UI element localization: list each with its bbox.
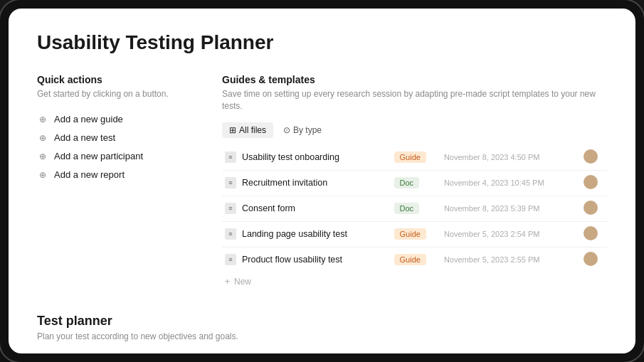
file-date: November 8, 2023 5:39 PM [444, 204, 540, 213]
by-type-label: By type [293, 125, 322, 135]
guides-subtitle: Save time on setting up every research s… [222, 88, 607, 112]
add-participant-icon: ⊕ [37, 151, 48, 162]
quick-action-add-report[interactable]: ⊕ Add a new report [37, 166, 194, 184]
quick-action-add-guide[interactable]: ⊕ Add a new guide [37, 110, 194, 129]
tab-planner[interactable]: ⊙ Planner [37, 350, 96, 353]
file-name: Recruitment invitation [242, 178, 327, 188]
table-row[interactable]: ≡ Consent form Doc November 8, 2023 5:39… [222, 196, 607, 221]
filter-tabs: ⊞ All files ⊙ By type [222, 122, 607, 138]
file-date: November 4, 2023 10:45 PM [444, 179, 544, 187]
quick-action-label: Add a new guide [54, 114, 123, 124]
table-row[interactable]: ≡ Product flow usability test Guide Nove… [222, 247, 607, 272]
quick-action-add-test[interactable]: ⊕ Add a new test [37, 129, 194, 147]
quick-actions-subtitle: Get started by clicking on a button. [37, 88, 194, 100]
file-icon: ≡ [225, 177, 236, 188]
file-name: Landing page usability test [242, 229, 347, 239]
table-row[interactable]: ≡ Usability test onboarding Guide Novemb… [222, 145, 607, 171]
file-date: November 5, 2023 2:54 PM [444, 230, 540, 238]
avatar [584, 149, 598, 164]
quick-action-label: Add a new test [54, 132, 115, 143]
file-icon: ≡ [225, 151, 236, 163]
file-badge: Doc [394, 203, 420, 214]
new-file-button[interactable]: + New [222, 272, 607, 291]
file-date: November 8, 2023 4:50 PM [444, 153, 540, 161]
all-files-label: All files [239, 125, 266, 135]
new-label: New [234, 277, 251, 287]
table-row[interactable]: ≡ Landing page usability test Guide Nove… [222, 221, 607, 247]
add-test-icon: ⊕ [37, 132, 48, 144]
by-type-icon: ⊙ [283, 125, 290, 135]
avatar [584, 252, 598, 266]
page-title: Usability Testing Planner [37, 31, 607, 54]
planner-subtitle: Plan your test according to new objectiv… [37, 331, 607, 341]
quick-action-add-participant[interactable]: ⊕ Add a new participant [37, 147, 194, 166]
filter-by-type[interactable]: ⊙ By type [276, 122, 329, 138]
file-name: Product flow usability test [242, 255, 342, 265]
quick-actions-panel: Quick actions Get started by clicking on… [37, 74, 194, 291]
file-icon: ≡ [225, 228, 236, 240]
quick-action-label: Add a new participant [54, 151, 143, 161]
filter-all-files[interactable]: ⊞ All files [222, 122, 273, 138]
file-date: November 5, 2023 2:55 PM [444, 255, 540, 264]
view-tabs: ⊙ Planner [37, 350, 607, 353]
file-badge: Guide [394, 254, 426, 265]
plus-icon: + [225, 277, 230, 287]
guides-title: Guides & templates [222, 74, 607, 85]
planner-title: Test planner [37, 314, 607, 329]
file-name: Consent form [242, 203, 295, 213]
test-planner-section: Test planner Plan your test according to… [37, 314, 607, 353]
quick-action-label: Add a new report [54, 169, 125, 180]
file-icon: ≡ [225, 203, 236, 214]
add-guide-icon: ⊕ [37, 114, 48, 125]
avatar [584, 201, 598, 215]
add-report-icon: ⊕ [37, 169, 48, 181]
file-icon: ≡ [225, 254, 236, 265]
file-badge: Guide [394, 228, 426, 240]
guides-panel: Guides & templates Save time on setting … [222, 74, 607, 291]
file-badge: Guide [394, 151, 426, 163]
table-row[interactable]: ≡ Recruitment invitation Doc November 4,… [222, 170, 607, 196]
file-name: Usability test onboarding [242, 152, 339, 162]
avatar [584, 226, 598, 240]
files-table: ≡ Usability test onboarding Guide Novemb… [222, 145, 607, 272]
quick-actions-title: Quick actions [37, 74, 194, 85]
all-files-icon: ⊞ [229, 125, 236, 135]
quick-actions-list: ⊕ Add a new guide ⊕ Add a new test ⊕ Add… [37, 110, 194, 184]
file-badge: Doc [394, 177, 420, 188]
avatar [584, 175, 598, 189]
